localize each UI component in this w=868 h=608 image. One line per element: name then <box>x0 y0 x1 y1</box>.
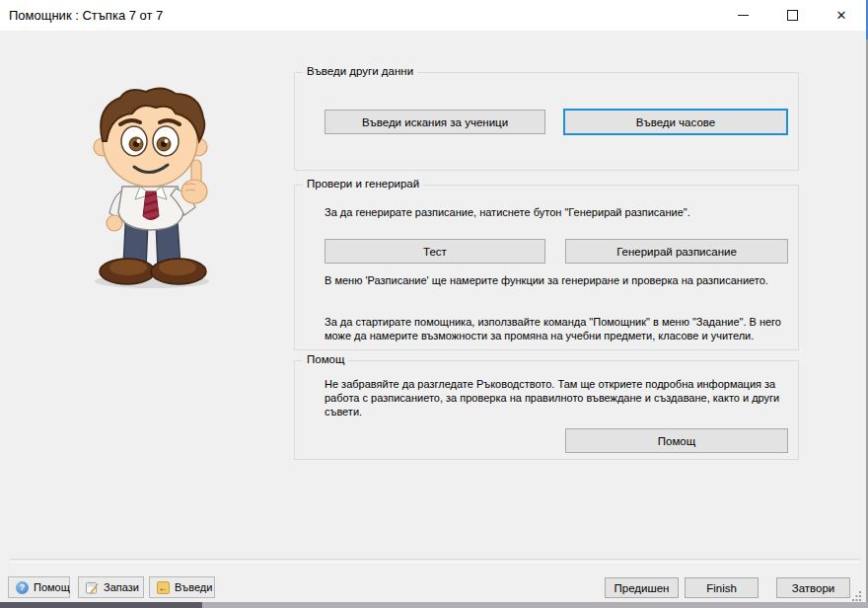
footer-separator <box>10 559 860 563</box>
enter-student-requests-button[interactable]: Въведи искания за ученици <box>325 110 545 134</box>
generate-schedule-button[interactable]: Генерирай разписание <box>565 239 788 264</box>
enter-hours-button[interactable]: Въведи часове <box>563 109 788 135</box>
toolbar-save-button[interactable]: Запази <box>78 576 144 598</box>
close-button[interactable]: ✕ <box>817 0 866 30</box>
groupbox-help-label: Помощ <box>303 353 348 365</box>
bottom-strip-light <box>202 602 868 608</box>
help-icon: ? <box>16 581 29 594</box>
close-icon: ✕ <box>836 9 847 22</box>
help-button[interactable]: Помощ <box>565 428 788 453</box>
wizard-dialog: Помощник : Стъпка 7 от 7 ✕ <box>0 0 868 608</box>
toolbar-enter-button[interactable]: ← Въведи <box>149 576 215 598</box>
save-icon <box>86 581 99 594</box>
test-button[interactable]: Тест <box>325 239 545 264</box>
close-dialog-button[interactable]: Затвори <box>776 577 850 598</box>
groupbox-help: Помощ Не забравяйте да разгледате Ръково… <box>294 360 799 460</box>
titlebar: Помощник : Стъпка 7 от 7 ✕ <box>0 0 868 31</box>
enter-arrow-icon: ← <box>157 581 170 594</box>
groupbox-check-generate-label: Провери и генерирай <box>303 178 423 190</box>
resize-grip[interactable] <box>852 591 862 601</box>
hint-wizard: За да стартирате помощника, използвайте … <box>325 315 792 342</box>
minimize-button[interactable] <box>718 0 767 30</box>
thumbs-up-illustration <box>79 84 227 291</box>
toolbar-help-button[interactable]: ? Помощ <box>8 576 70 598</box>
groupbox-other-data: Въведи други данни Въведи искания за уче… <box>294 72 799 171</box>
help-hint: Не забравяйте да разгледате Ръководствот… <box>325 377 792 418</box>
minimize-icon <box>738 15 749 16</box>
caption-buttons: ✕ <box>718 0 866 30</box>
toolbar-help-label: Помощ <box>34 581 70 593</box>
finish-button[interactable]: Finish <box>685 577 759 598</box>
window-title: Помощник : Стъпка 7 от 7 <box>9 8 163 23</box>
maximize-icon <box>787 10 798 21</box>
toolbar-enter-label: Въведи <box>175 581 212 593</box>
maximize-button[interactable] <box>767 0 817 30</box>
toolbar-save-label: Запази <box>104 581 139 593</box>
groupbox-check-generate: Провери и генерирай За да генерирате раз… <box>294 185 799 350</box>
groupbox-other-data-label: Въведи други данни <box>303 65 417 77</box>
bottom-strip-dark <box>0 602 202 608</box>
hint-generate: За да генерирате разписание, натиснете б… <box>325 205 690 219</box>
hint-menu: В меню 'Разписание' ще намерите функции … <box>325 273 768 287</box>
previous-button[interactable]: Предишен <box>605 577 679 598</box>
